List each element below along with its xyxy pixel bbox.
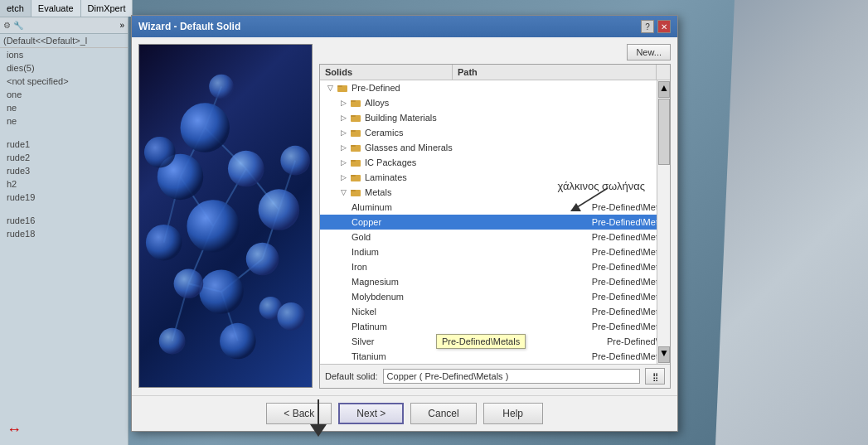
svg-point-19 (246, 243, 279, 276)
default-solid-value: Copper ( Pre-Defined\Metals ) (383, 369, 640, 384)
ceramics-label: Ceramics (363, 128, 670, 138)
svg-point-14 (181, 103, 230, 152)
tree-item-gold[interactable]: Gold Pre-Defined\Metals (320, 230, 670, 244)
alloys-label: Alloys (363, 98, 670, 108)
folder-icon-metals (350, 186, 361, 198)
table-scrollbar[interactable]: ▲ ▼ (657, 80, 670, 364)
dialog-help-btn[interactable]: ? (641, 20, 654, 33)
svg-point-20 (199, 269, 243, 313)
svg-rect-35 (351, 115, 356, 117)
tree-item-aluminum[interactable]: Aluminum Pre-Defined\Metals (320, 200, 670, 215)
svg-rect-43 (351, 175, 356, 177)
sidebar-tab-dimxpert[interactable]: DimXpert (81, 0, 133, 17)
scrollbar-thumb[interactable] (658, 99, 670, 165)
dialog-close-btn[interactable]: ✕ (657, 20, 671, 33)
svg-point-21 (174, 268, 204, 298)
building-label: Building Materials (363, 113, 670, 123)
folder-icon-laminates (350, 172, 361, 183)
tree-item-titanium[interactable]: Titanium Pre-Defined\Metals (320, 349, 670, 364)
new-btn-row: New... (319, 44, 671, 60)
help-button[interactable]: Help (483, 403, 543, 424)
tree-item-copper[interactable]: Copper Pre-Defined\Metals (320, 215, 670, 230)
table-header: Solids Path (320, 65, 670, 80)
folder-icon-ic (350, 157, 361, 168)
tree-item-metals[interactable]: ▽ Metals (320, 185, 670, 200)
header-scroll-spacer (657, 65, 670, 80)
sidebar-item-rude16[interactable]: rude16 (0, 214, 128, 227)
svg-rect-37 (351, 130, 356, 132)
sidebar-tab-sketch[interactable]: etch (0, 0, 32, 17)
cancel-button[interactable]: Cancel (410, 403, 476, 424)
expand-predefined[interactable]: ▽ (323, 84, 337, 92)
tree-item-silver[interactable]: Silver Pre-Defined\Me Pre-Defined\Metals (320, 334, 670, 349)
tree-item-molybdenum[interactable]: Molybdenum Pre-Defined\Metals (320, 289, 670, 304)
svg-rect-33 (351, 100, 356, 102)
nickel-label: Nickel (350, 307, 589, 317)
gold-label: Gold (350, 232, 589, 242)
tree-item-laminates[interactable]: ▷ Laminates (320, 170, 670, 185)
expand-ceramics[interactable]: ▷ (337, 128, 350, 137)
tree-item-ceramics[interactable]: ▷ Ceramics (320, 125, 670, 140)
expand-alloys[interactable]: ▷ (337, 99, 350, 107)
col-header-path: Path (453, 65, 657, 80)
scrollbar-down-btn[interactable]: ▼ (658, 346, 670, 363)
tree-item-alloys[interactable]: ▷ Alloys (320, 95, 670, 110)
tree-item-indium[interactable]: Indium Pre-Defined\Metals (320, 244, 670, 259)
folder-icon-building (350, 112, 361, 123)
copper-label: Copper (350, 217, 589, 227)
expand-laminates[interactable]: ▷ (337, 173, 350, 181)
sidebar-item-h2[interactable]: h2 (0, 177, 128, 191)
table-body[interactable]: ▽ Pre-Defined ▷ Alloys (320, 80, 670, 364)
tree-item-predefined[interactable]: ▽ Pre-Defined (320, 80, 670, 95)
tree-item-iron[interactable]: Iron Pre-Defined\Metals (320, 259, 670, 274)
svg-point-22 (146, 225, 182, 261)
expand-metals[interactable]: ▽ (337, 188, 350, 196)
dialog-title: Wizard - Default Solid (138, 21, 240, 32)
sidebar-item-rude18[interactable]: rude18 (0, 227, 128, 240)
folder-icon-alloys (350, 97, 361, 109)
sidebar-item-one[interactable]: one (0, 88, 128, 101)
svg-rect-41 (351, 160, 356, 162)
tree-item-ic[interactable]: ▷ IC Packages (320, 155, 670, 170)
dots-button[interactable]: ⣿ (645, 368, 665, 385)
default-solid-label: Default solid: (325, 371, 378, 381)
svg-point-17 (259, 189, 300, 230)
expand-ic[interactable]: ▷ (337, 158, 350, 167)
laminates-label: Laminates (363, 172, 670, 182)
svg-point-23 (280, 146, 310, 176)
sidebar-item-ne1[interactable]: ne (0, 101, 128, 114)
new-button[interactable]: New... (627, 44, 671, 60)
dialog-controls: ? ✕ (641, 20, 671, 33)
sidebar-item-dies[interactable]: dies(5) (0, 61, 128, 75)
sidebar-tab-evaluate[interactable]: Evaluate (32, 0, 81, 17)
tree-item-glasses[interactable]: ▷ Glasses and Minerals (320, 140, 670, 155)
ic-label: IC Packages (363, 157, 670, 167)
svg-marker-49 (310, 424, 327, 437)
sidebar-item-ne2[interactable]: ne (0, 114, 128, 128)
solids-table: Solids Path ▽ Pre-Defined (319, 64, 671, 389)
preview-area (138, 44, 313, 388)
sidebar-spacer1 (0, 128, 128, 138)
magnesium-label: Magnesium (350, 277, 589, 287)
toolbar-expand[interactable]: » (119, 21, 124, 30)
next-button[interactable]: Next > (338, 403, 404, 424)
platinum-label: Platinum (350, 322, 589, 331)
dialog-content: New... Solids Path ▽ (132, 37, 677, 395)
molybdenum-label: Molybdenum (350, 292, 589, 302)
sidebar-item-ions[interactable]: ions (0, 48, 128, 61)
tree-item-magnesium[interactable]: Magnesium Pre-Defined\Metals (320, 274, 670, 289)
next-arrow-svg (293, 395, 343, 445)
sidebar-item-rude19[interactable]: rude19 (0, 191, 128, 204)
tree-item-nickel[interactable]: Nickel Pre-Defined\Metals (320, 304, 670, 319)
axes-indicator: ↔ (7, 421, 22, 438)
sidebar-item-rude3[interactable]: rude3 (0, 164, 128, 177)
tree-item-platinum[interactable]: Platinum Pre-Defined\Metals (320, 319, 670, 334)
sidebar-item-notspec[interactable]: <not specified> (0, 75, 128, 88)
expand-building[interactable]: ▷ (337, 114, 350, 122)
scrollbar-up-btn[interactable]: ▲ (658, 81, 670, 98)
sidebar-item-rude2[interactable]: rude2 (0, 151, 128, 164)
dialog-footer: < Back Next > Cancel Help (132, 395, 677, 431)
expand-glasses[interactable]: ▷ (337, 143, 350, 152)
tree-item-building[interactable]: ▷ Building Materials (320, 110, 670, 125)
sidebar-item-rude1[interactable]: rude1 (0, 138, 128, 151)
